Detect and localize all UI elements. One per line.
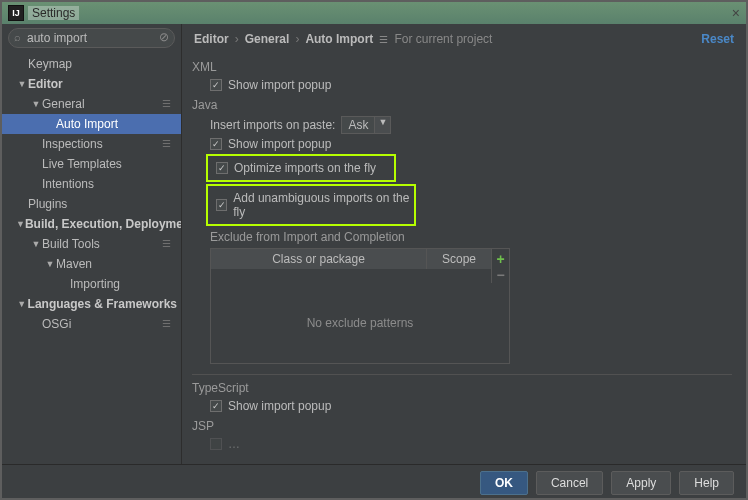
tree-item-inspections[interactable]: Inspections☰ — [2, 134, 181, 154]
search-input[interactable] — [8, 28, 175, 48]
apply-button[interactable]: Apply — [611, 471, 671, 495]
checkbox-jsp[interactable] — [210, 438, 222, 450]
crumb-general[interactable]: General — [245, 32, 290, 46]
window-title: Settings — [28, 6, 79, 20]
close-icon[interactable]: × — [732, 5, 740, 21]
tree-item-auto-import[interactable]: Auto Import — [2, 114, 181, 134]
section-java: Java — [192, 98, 732, 112]
search-icon: ⌕ — [14, 31, 21, 43]
checkbox-ts-show-popup[interactable] — [210, 400, 222, 412]
select-insert-on-paste[interactable]: Ask ▼ — [341, 116, 391, 134]
highlight-optimize: Optimize imports on the fly — [206, 154, 396, 182]
highlight-unambiguous: Add unambiguous imports on the fly — [206, 184, 416, 226]
tree-item-intentions[interactable]: Intentions — [2, 174, 181, 194]
th-class-package[interactable]: Class or package — [211, 249, 427, 269]
tree-item-lang-fw[interactable]: ▼Languages & Frameworks — [2, 294, 181, 314]
label-jsp-cutoff: … — [228, 437, 240, 451]
ok-button[interactable]: OK — [480, 471, 528, 495]
checkbox-optimize-imports[interactable] — [216, 162, 228, 174]
label-java-show-popup: Show import popup — [228, 137, 331, 151]
pin-icon: ☰ — [162, 316, 177, 332]
tree-item-build-tools[interactable]: ▼Build Tools☰ — [2, 234, 181, 254]
tree-item-maven[interactable]: ▼Maven — [2, 254, 181, 274]
tree-item-osgi[interactable]: OSGi☰ — [2, 314, 181, 334]
pin-icon: ☰ — [162, 136, 177, 152]
tree-item-plugins[interactable]: Plugins — [2, 194, 181, 214]
sidebar: ⌕ ⊘ Keymap ▼Editor ▼General☰ Auto Import… — [2, 24, 182, 464]
reset-link[interactable]: Reset — [701, 32, 734, 46]
pin-icon: ☰ — [162, 236, 177, 252]
tree-item-bed[interactable]: ▼Build, Execution, Deployment — [2, 214, 181, 234]
label-xml-show-popup: Show import popup — [228, 78, 331, 92]
clear-search-icon[interactable]: ⊘ — [159, 30, 169, 44]
separator — [192, 374, 732, 375]
chevron-right-icon: › — [295, 32, 299, 46]
main-panel: Editor › General › Auto Import ☰ For cur… — [182, 24, 746, 464]
project-scope-label: For current project — [394, 32, 492, 46]
cancel-button[interactable]: Cancel — [536, 471, 603, 495]
breadcrumb: Editor › General › Auto Import ☰ For cur… — [182, 24, 746, 50]
title-bar: IJ Settings × — [2, 2, 746, 24]
label-optimize-imports: Optimize imports on the fly — [234, 161, 376, 175]
checkbox-unambiguous-imports[interactable] — [216, 199, 227, 211]
label-ts-show-popup: Show import popup — [228, 399, 331, 413]
tree-item-importing[interactable]: Importing — [2, 274, 181, 294]
table-empty-text: No exclude patterns — [211, 283, 509, 363]
add-icon[interactable]: + — [496, 249, 504, 267]
help-button[interactable]: Help — [679, 471, 734, 495]
tree-item-keymap[interactable]: Keymap — [2, 54, 181, 74]
chevron-right-icon: › — [235, 32, 239, 46]
label-unambiguous-imports: Add unambiguous imports on the fly — [233, 191, 410, 219]
chevron-down-icon[interactable]: ▼ — [375, 116, 391, 134]
select-value: Ask — [341, 116, 375, 134]
checkbox-xml-show-popup[interactable] — [210, 79, 222, 91]
section-typescript: TypeScript — [192, 381, 732, 395]
tree-item-general[interactable]: ▼General☰ — [2, 94, 181, 114]
app-icon: IJ — [8, 5, 24, 21]
section-jsp: JSP — [192, 419, 732, 433]
crumb-editor[interactable]: Editor — [194, 32, 229, 46]
label-insert-on-paste: Insert imports on paste: — [210, 118, 335, 132]
tree-item-live-templates[interactable]: Live Templates — [2, 154, 181, 174]
dialog-footer: OK Cancel Apply Help — [2, 464, 746, 500]
crumb-auto-import: Auto Import — [305, 32, 373, 46]
project-icon: ☰ — [379, 34, 388, 45]
tree-item-editor[interactable]: ▼Editor — [2, 74, 181, 94]
th-scope[interactable]: Scope — [427, 249, 491, 269]
checkbox-java-show-popup[interactable] — [210, 138, 222, 150]
remove-icon: − — [496, 267, 504, 283]
settings-tree: Keymap ▼Editor ▼General☰ Auto Import Ins… — [2, 52, 181, 464]
section-xml: XML — [192, 60, 732, 74]
exclude-table: Class or package Scope + − No exclude pa… — [210, 248, 510, 364]
label-exclude: Exclude from Import and Completion — [210, 230, 732, 244]
pin-icon: ☰ — [162, 96, 177, 112]
